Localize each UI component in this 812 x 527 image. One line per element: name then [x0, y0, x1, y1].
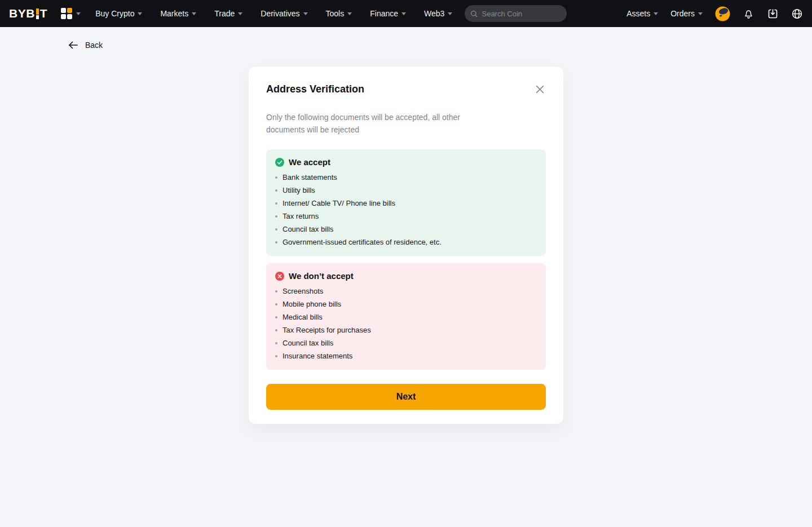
- accepted-document-label: Internet/ Cable TV/ Phone line bills: [283, 199, 395, 207]
- nav-menu-item-label: Finance: [370, 9, 398, 18]
- accepted-document-label: Utility bills: [283, 186, 315, 194]
- modal-description: Only the following documents will be acc…: [266, 111, 474, 136]
- close-icon: [535, 85, 545, 94]
- nav-menu-item-label: Derivatives: [261, 9, 299, 18]
- we-accept-panel: We accept Bank statements Utility bills …: [266, 149, 546, 256]
- assets-label: Assets: [626, 9, 650, 18]
- accepted-document-item: Tax returns: [275, 210, 537, 223]
- accepted-documents-list: Bank statements Utility bills Internet/ …: [275, 171, 537, 249]
- chevron-down-icon: [192, 12, 196, 15]
- nav-right-group: Assets Orders: [626, 6, 803, 21]
- we-accept-header: We accept: [275, 157, 537, 167]
- rejected-document-label: Council tax bills: [283, 339, 333, 347]
- rejected-document-item: Tax Receipts for purchases: [275, 324, 537, 336]
- main-menu: Buy Crypto Markets Trade Derivatives Too…: [95, 9, 452, 18]
- logo-text-post: T: [40, 7, 47, 20]
- modal-title: Address Verification: [266, 83, 364, 95]
- chevron-down-icon: [347, 12, 352, 15]
- rejected-document-item: Insurance statements: [275, 349, 537, 362]
- chevron-down-icon: [238, 12, 242, 15]
- accepted-document-label: Tax returns: [283, 212, 319, 220]
- search-input[interactable]: [482, 10, 561, 18]
- search-icon: [470, 10, 478, 18]
- accepted-document-item: Council tax bills: [275, 223, 537, 236]
- top-navigation: BYBT Buy Crypto Markets Trade Der: [0, 0, 812, 27]
- check-circle-icon: [275, 158, 284, 167]
- nav-menu-item[interactable]: Trade: [214, 9, 242, 18]
- nav-menu-item-label: Markets: [160, 9, 188, 18]
- x-circle-icon: [275, 272, 284, 281]
- nav-menu-item-label: Buy Crypto: [95, 9, 134, 18]
- rejected-document-item: Mobile phone bills: [275, 298, 537, 311]
- rejected-document-label: Tax Receipts for purchases: [283, 326, 371, 334]
- nav-menu-item-label: Tools: [326, 9, 345, 18]
- accepted-document-item: Government-issued certificates of reside…: [275, 236, 537, 249]
- back-button[interactable]: Back: [68, 41, 103, 50]
- notifications-bell-icon[interactable]: [743, 8, 754, 20]
- we-dont-accept-title: We don’t accept: [289, 271, 354, 281]
- chevron-down-icon: [401, 12, 406, 15]
- rejected-document-label: Screenshots: [283, 287, 323, 295]
- bybit-logo[interactable]: BYBT: [9, 7, 47, 20]
- we-dont-accept-panel: We don’t accept Screenshots Mobile phone…: [266, 263, 546, 370]
- rejected-document-item: Council tax bills: [275, 336, 537, 349]
- rejected-document-item: Medical bills: [275, 311, 537, 324]
- assets-menu[interactable]: Assets: [626, 9, 658, 18]
- modal-header: Address Verification: [266, 83, 546, 95]
- chevron-down-icon: [76, 12, 81, 15]
- accepted-document-item: Internet/ Cable TV/ Phone line bills: [275, 197, 537, 210]
- nav-menu-item[interactable]: Markets: [160, 9, 196, 18]
- rejected-document-label: Mobile phone bills: [283, 300, 341, 308]
- we-accept-title: We accept: [289, 157, 330, 167]
- arrow-left-icon: [68, 41, 78, 50]
- chevron-down-icon: [448, 12, 452, 15]
- coin-search[interactable]: [465, 5, 567, 22]
- nav-menu-item[interactable]: Web3: [424, 9, 452, 18]
- chevron-down-icon: [654, 12, 658, 15]
- download-app-icon[interactable]: [767, 8, 779, 20]
- nav-menu-item[interactable]: Finance: [370, 9, 406, 18]
- chevron-down-icon: [303, 12, 308, 15]
- nav-menu-item[interactable]: Derivatives: [261, 9, 307, 18]
- accepted-document-item: Bank statements: [275, 171, 537, 184]
- nav-menu-item[interactable]: Tools: [326, 9, 352, 18]
- apps-menu-button[interactable]: [61, 8, 81, 19]
- logo-accent-i: [36, 8, 39, 19]
- back-row: Back: [0, 27, 812, 54]
- chevron-down-icon: [698, 12, 703, 15]
- back-label: Back: [85, 41, 103, 50]
- rejected-documents-list: Screenshots Mobile phone bills Medical b…: [275, 285, 537, 362]
- accepted-document-item: Utility bills: [275, 184, 537, 197]
- apps-grid-icon: [61, 8, 72, 19]
- nav-menu-item-label: Web3: [424, 9, 444, 18]
- orders-label: Orders: [670, 9, 695, 18]
- nav-menu-item-label: Trade: [214, 9, 235, 18]
- address-verification-modal: Address Verification Only the following …: [249, 67, 563, 424]
- accepted-document-label: Bank statements: [283, 173, 337, 181]
- globe-language-icon[interactable]: [791, 8, 803, 20]
- rejected-document-label: Insurance statements: [283, 352, 352, 360]
- logo-text-pre: BYB: [9, 7, 35, 20]
- nav-menu-item[interactable]: Buy Crypto: [95, 9, 142, 18]
- rejected-document-label: Medical bills: [283, 313, 323, 321]
- next-button[interactable]: Next: [266, 384, 546, 410]
- rejected-document-item: Screenshots: [275, 285, 537, 298]
- accepted-document-label: Council tax bills: [283, 225, 333, 233]
- accepted-document-label: Government-issued certificates of reside…: [283, 238, 442, 246]
- close-button[interactable]: [534, 83, 546, 95]
- chevron-down-icon: [138, 12, 142, 15]
- orders-menu[interactable]: Orders: [670, 9, 703, 18]
- avatar[interactable]: [715, 6, 730, 21]
- we-dont-accept-header: We don’t accept: [275, 271, 537, 281]
